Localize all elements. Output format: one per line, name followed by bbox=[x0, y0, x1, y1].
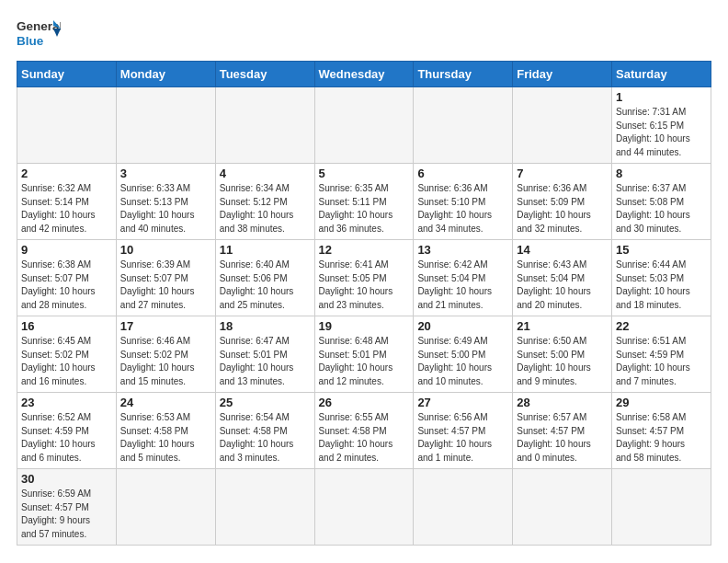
day-info: Sunrise: 6:36 AM Sunset: 5:09 PM Dayligh… bbox=[517, 182, 608, 236]
day-number: 14 bbox=[517, 243, 608, 257]
day-number: 21 bbox=[517, 319, 608, 333]
day-number: 30 bbox=[21, 472, 112, 486]
day-number: 16 bbox=[21, 319, 112, 333]
calendar-cell: 11Sunrise: 6:40 AM Sunset: 5:06 PM Dayli… bbox=[215, 240, 314, 316]
day-info: Sunrise: 6:56 AM Sunset: 4:57 PM Dayligh… bbox=[417, 411, 508, 465]
day-number: 12 bbox=[319, 243, 410, 257]
day-number: 2 bbox=[21, 167, 112, 180]
calendar-cell: 22Sunrise: 6:51 AM Sunset: 4:59 PM Dayli… bbox=[612, 316, 711, 393]
day-info: Sunrise: 6:50 AM Sunset: 5:00 PM Dayligh… bbox=[517, 335, 608, 388]
calendar-cell: 27Sunrise: 6:56 AM Sunset: 4:57 PM Dayli… bbox=[414, 393, 513, 469]
day-number: 1 bbox=[616, 90, 707, 104]
calendar-week-1: 2Sunrise: 6:32 AM Sunset: 5:14 PM Daylig… bbox=[17, 164, 711, 240]
calendar-cell: 18Sunrise: 6:47 AM Sunset: 5:01 PM Dayli… bbox=[215, 316, 314, 393]
calendar-cell: 6Sunrise: 6:36 AM Sunset: 5:10 PM Daylig… bbox=[414, 164, 513, 240]
day-number: 25 bbox=[220, 396, 311, 409]
day-number: 7 bbox=[517, 167, 608, 180]
calendar-cell: 24Sunrise: 6:53 AM Sunset: 4:58 PM Dayli… bbox=[116, 393, 215, 469]
calendar-cell bbox=[513, 469, 612, 546]
day-info: Sunrise: 6:54 AM Sunset: 4:58 PM Dayligh… bbox=[220, 411, 311, 465]
day-info: Sunrise: 6:41 AM Sunset: 5:05 PM Dayligh… bbox=[319, 259, 410, 312]
day-info: Sunrise: 6:57 AM Sunset: 4:57 PM Dayligh… bbox=[517, 411, 608, 465]
calendar-cell: 14Sunrise: 6:43 AM Sunset: 5:04 PM Dayli… bbox=[513, 240, 612, 316]
day-number: 9 bbox=[21, 243, 112, 257]
day-number: 8 bbox=[616, 167, 707, 180]
day-header-tuesday: Tuesday bbox=[215, 62, 314, 87]
calendar-cell: 28Sunrise: 6:57 AM Sunset: 4:57 PM Dayli… bbox=[513, 393, 612, 469]
day-info: Sunrise: 6:39 AM Sunset: 5:07 PM Dayligh… bbox=[120, 259, 211, 312]
day-info: Sunrise: 6:55 AM Sunset: 4:58 PM Dayligh… bbox=[319, 411, 410, 465]
calendar-cell: 19Sunrise: 6:48 AM Sunset: 5:01 PM Dayli… bbox=[314, 316, 414, 393]
day-number: 3 bbox=[120, 167, 211, 180]
day-number: 15 bbox=[616, 243, 707, 257]
calendar-cell: 30Sunrise: 6:59 AM Sunset: 4:57 PM Dayli… bbox=[17, 469, 117, 546]
day-number: 17 bbox=[120, 319, 211, 333]
day-info: Sunrise: 6:40 AM Sunset: 5:06 PM Dayligh… bbox=[220, 259, 311, 312]
logo-svg: General Blue bbox=[17, 17, 61, 52]
svg-text:Blue: Blue bbox=[17, 34, 44, 48]
day-number: 27 bbox=[417, 396, 508, 409]
calendar-cell: 15Sunrise: 6:44 AM Sunset: 5:03 PM Dayli… bbox=[612, 240, 711, 316]
calendar-cell bbox=[215, 469, 314, 546]
day-number: 10 bbox=[120, 243, 211, 257]
calendar-cell bbox=[215, 87, 314, 164]
logo: General Blue bbox=[17, 17, 61, 52]
day-info: Sunrise: 6:49 AM Sunset: 5:00 PM Dayligh… bbox=[417, 335, 508, 388]
day-info: Sunrise: 6:52 AM Sunset: 4:59 PM Dayligh… bbox=[21, 411, 112, 465]
day-header-monday: Monday bbox=[116, 62, 215, 87]
calendar-week-2: 9Sunrise: 6:38 AM Sunset: 5:07 PM Daylig… bbox=[17, 240, 711, 316]
day-number: 28 bbox=[517, 396, 608, 409]
day-number: 4 bbox=[220, 167, 311, 180]
calendar-cell: 23Sunrise: 6:52 AM Sunset: 4:59 PM Dayli… bbox=[17, 393, 117, 469]
calendar-cell bbox=[116, 469, 215, 546]
calendar-cell bbox=[116, 87, 215, 164]
day-number: 19 bbox=[319, 319, 410, 333]
calendar-cell: 12Sunrise: 6:41 AM Sunset: 5:05 PM Dayli… bbox=[314, 240, 414, 316]
header: General Blue bbox=[17, 17, 711, 52]
calendar-cell bbox=[17, 87, 117, 164]
calendar-week-5: 30Sunrise: 6:59 AM Sunset: 4:57 PM Dayli… bbox=[17, 469, 711, 546]
day-number: 5 bbox=[319, 167, 410, 180]
day-number: 26 bbox=[319, 396, 410, 409]
day-info: Sunrise: 6:43 AM Sunset: 5:04 PM Dayligh… bbox=[517, 259, 608, 312]
day-header-friday: Friday bbox=[513, 62, 612, 87]
day-number: 13 bbox=[417, 243, 508, 257]
day-info: Sunrise: 6:48 AM Sunset: 5:01 PM Dayligh… bbox=[319, 335, 410, 388]
calendar-cell bbox=[414, 469, 513, 546]
calendar-cell: 20Sunrise: 6:49 AM Sunset: 5:00 PM Dayli… bbox=[414, 316, 513, 393]
calendar-cell bbox=[314, 87, 414, 164]
day-info: Sunrise: 6:47 AM Sunset: 5:01 PM Dayligh… bbox=[220, 335, 311, 388]
day-info: Sunrise: 6:44 AM Sunset: 5:03 PM Dayligh… bbox=[616, 259, 707, 312]
day-number: 22 bbox=[616, 319, 707, 333]
calendar-cell: 25Sunrise: 6:54 AM Sunset: 4:58 PM Dayli… bbox=[215, 393, 314, 469]
day-info: Sunrise: 6:58 AM Sunset: 4:57 PM Dayligh… bbox=[616, 411, 707, 465]
calendar-cell: 4Sunrise: 6:34 AM Sunset: 5:12 PM Daylig… bbox=[215, 164, 314, 240]
day-info: Sunrise: 6:46 AM Sunset: 5:02 PM Dayligh… bbox=[120, 335, 211, 388]
calendar-cell: 29Sunrise: 6:58 AM Sunset: 4:57 PM Dayli… bbox=[612, 393, 711, 469]
calendar-cell: 3Sunrise: 6:33 AM Sunset: 5:13 PM Daylig… bbox=[116, 164, 215, 240]
calendar-header-row: SundayMondayTuesdayWednesdayThursdayFrid… bbox=[17, 62, 711, 87]
day-number: 29 bbox=[616, 396, 707, 409]
day-info: Sunrise: 6:33 AM Sunset: 5:13 PM Dayligh… bbox=[120, 182, 211, 236]
day-info: Sunrise: 6:38 AM Sunset: 5:07 PM Dayligh… bbox=[21, 259, 112, 312]
day-info: Sunrise: 6:37 AM Sunset: 5:08 PM Dayligh… bbox=[616, 182, 707, 236]
day-info: Sunrise: 6:34 AM Sunset: 5:12 PM Dayligh… bbox=[220, 182, 311, 236]
calendar-cell: 1Sunrise: 7:31 AM Sunset: 6:15 PM Daylig… bbox=[612, 87, 711, 164]
calendar-cell: 8Sunrise: 6:37 AM Sunset: 5:08 PM Daylig… bbox=[612, 164, 711, 240]
day-number: 6 bbox=[417, 167, 508, 180]
calendar-cell: 26Sunrise: 6:55 AM Sunset: 4:58 PM Dayli… bbox=[314, 393, 414, 469]
calendar-table: SundayMondayTuesdayWednesdayThursdayFrid… bbox=[17, 61, 711, 546]
calendar-week-0: 1Sunrise: 7:31 AM Sunset: 6:15 PM Daylig… bbox=[17, 87, 711, 164]
day-number: 20 bbox=[417, 319, 508, 333]
day-info: Sunrise: 7:31 AM Sunset: 6:15 PM Dayligh… bbox=[616, 106, 707, 159]
calendar-cell: 2Sunrise: 6:32 AM Sunset: 5:14 PM Daylig… bbox=[17, 164, 117, 240]
calendar-cell: 5Sunrise: 6:35 AM Sunset: 5:11 PM Daylig… bbox=[314, 164, 414, 240]
calendar-cell bbox=[612, 469, 711, 546]
day-header-saturday: Saturday bbox=[612, 62, 711, 87]
day-number: 24 bbox=[120, 396, 211, 409]
calendar-cell bbox=[513, 87, 612, 164]
day-info: Sunrise: 6:53 AM Sunset: 4:58 PM Dayligh… bbox=[120, 411, 211, 465]
day-number: 11 bbox=[220, 243, 311, 257]
calendar-cell: 9Sunrise: 6:38 AM Sunset: 5:07 PM Daylig… bbox=[17, 240, 117, 316]
calendar-cell: 21Sunrise: 6:50 AM Sunset: 5:00 PM Dayli… bbox=[513, 316, 612, 393]
